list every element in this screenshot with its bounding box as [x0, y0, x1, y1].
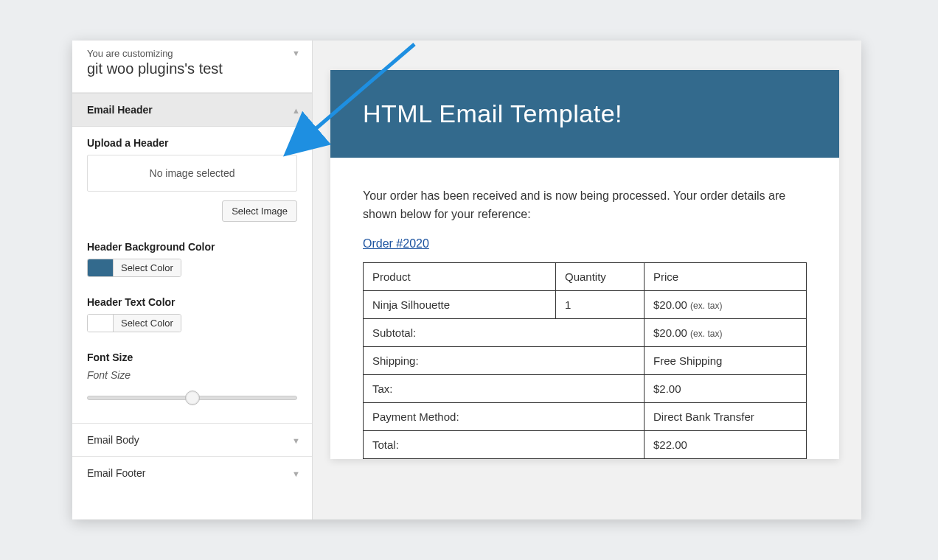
item-qty: 1 [556, 290, 645, 318]
shipping-value: Free Shipping [645, 346, 807, 374]
header-bg-color-picker[interactable]: Select Color [87, 259, 181, 277]
subtotal-row: Subtotal: $20.00 (ex. tax) [364, 318, 807, 346]
email-header-block: HTML Email Template! [330, 70, 839, 158]
total-value: $22.00 [645, 430, 807, 458]
customizer-sidebar: You are customizing git woo plugins's te… [72, 41, 313, 519]
header-bg-select-color-button[interactable]: Select Color [113, 259, 181, 276]
site-title: git woo plugins's test [87, 60, 286, 77]
header-text-swatch [88, 315, 113, 332]
header-text-select-color-button[interactable]: Select Color [113, 315, 181, 332]
payment-label: Payment Method: [364, 402, 645, 430]
email-intro-text: Your order has been received and is now … [363, 187, 807, 224]
total-row: Total: $22.00 [364, 430, 807, 458]
shipping-row: Shipping: Free Shipping [364, 346, 807, 374]
font-size-label: Font Size [87, 351, 297, 363]
collapse-panel-icon[interactable]: ▼ [292, 49, 300, 57]
payment-value: Direct Bank Transfer [645, 402, 807, 430]
table-header-row: Product Quantity Price [364, 262, 807, 290]
section-email-header[interactable]: Email Header ▲ [72, 93, 312, 127]
col-price: Price [645, 262, 807, 290]
select-image-button[interactable]: Select Image [222, 200, 297, 222]
tax-label: Tax: [364, 374, 645, 402]
subtotal-label: Subtotal: [364, 318, 645, 346]
section-email-body-title: Email Body [87, 434, 139, 446]
header-text-color-label: Header Text Color [87, 296, 297, 308]
customizing-label: You are customizing [87, 48, 286, 59]
font-size-sublabel: Font Size [87, 369, 297, 381]
item-price: $20.00 (ex. tax) [645, 290, 807, 318]
section-email-header-body: Upload a Header No image selected Select… [72, 127, 312, 423]
section-email-header-title: Email Header [87, 104, 153, 116]
caret-down-icon: ▼ [292, 470, 300, 478]
subtotal-note: (ex. tax) [690, 329, 722, 339]
table-item-row: Ninja Silhouette 1 $20.00 (ex. tax) [364, 290, 807, 318]
payment-row: Payment Method: Direct Bank Transfer [364, 402, 807, 430]
customizer-header: You are customizing git woo plugins's te… [72, 41, 312, 93]
order-table: Product Quantity Price Ninja Silhouette … [363, 262, 807, 459]
upload-dropzone[interactable]: No image selected [87, 155, 297, 192]
item-price-value: $20.00 [653, 298, 687, 311]
section-email-footer[interactable]: Email Footer ▼ [72, 456, 312, 489]
email-template: HTML Email Template! Your order has been… [330, 70, 839, 459]
subtotal-value-cell: $20.00 (ex. tax) [645, 318, 807, 346]
tax-row: Tax: $2.00 [364, 374, 807, 402]
subtotal-value: $20.00 [653, 326, 687, 339]
col-quantity: Quantity [556, 262, 645, 290]
section-email-body[interactable]: Email Body ▼ [72, 423, 312, 456]
upload-header-label: Upload a Header [87, 137, 297, 149]
order-link[interactable]: Order #2020 [363, 237, 429, 251]
email-preview-pane: HTML Email Template! Your order has been… [313, 41, 861, 519]
item-name: Ninja Silhouette [364, 290, 556, 318]
font-size-slider[interactable] [87, 396, 297, 400]
shipping-label: Shipping: [364, 346, 645, 374]
tax-value: $2.00 [645, 374, 807, 402]
section-email-footer-title: Email Footer [87, 467, 145, 479]
caret-down-icon: ▼ [292, 437, 300, 445]
item-price-note: (ex. tax) [690, 301, 722, 311]
header-bg-swatch [88, 259, 113, 276]
header-bg-color-label: Header Background Color [87, 241, 297, 253]
col-product: Product [364, 262, 556, 290]
customizer-app: You are customizing git woo plugins's te… [72, 41, 861, 519]
header-text-color-picker[interactable]: Select Color [87, 314, 181, 332]
total-label: Total: [364, 430, 645, 458]
email-header-title: HTML Email Template! [363, 99, 807, 128]
caret-up-icon: ▲ [292, 107, 300, 115]
email-body-block: Your order has been received and is now … [330, 158, 839, 459]
